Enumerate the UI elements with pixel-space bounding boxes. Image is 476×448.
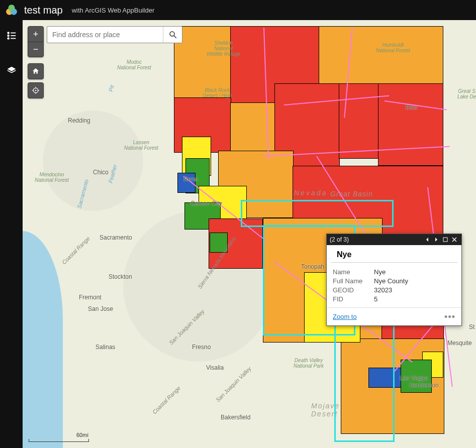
city-label: Stockton [109,273,132,280]
popup-field-row: FID5 [333,295,455,303]
region-label: Nevada [294,189,327,197]
popup-field-value: Nye [374,268,386,276]
city-label: Elko [406,104,417,111]
svg-point-10 [35,90,36,90]
popup-prev-button[interactable] [423,236,431,244]
app-subtitle: with ArcGIS Web AppBuilder [72,7,155,14]
city-label: St G [469,323,476,330]
popup-title: Nye [331,245,457,263]
svg-rect-17 [443,238,447,242]
svg-point-15 [170,32,174,36]
city-label: Henderson [409,382,439,389]
city-label: Las Vegas [400,375,428,382]
locate-button[interactable] [28,83,43,98]
popup-zoom-link[interactable]: Zoom to [333,313,357,320]
forest-label: Great SLake De [457,88,476,99]
search-input[interactable] [47,27,163,43]
forest-label: Death ValleyNational Park [294,358,324,369]
popup-header[interactable]: (2 of 3) [327,234,461,245]
city-label: Fremont [79,294,102,301]
popup-field-label: Full Name [333,277,374,285]
forest-label: HumboldtNational Forest [376,42,410,53]
city-label: Fresno [192,344,211,351]
popup-field-value: 5 [374,295,377,303]
popup-close-button[interactable] [450,236,458,244]
city-label: Redding [68,117,90,124]
popup-field-row: GEOID32023 [333,286,455,294]
popup-field-row: Full NameNye County [333,277,455,285]
zoom-in-button[interactable]: + [28,27,43,42]
map-canvas[interactable]: + − ReddingChicoSacramentoSt [23,20,476,448]
popup-field-row: NameNye [333,268,455,276]
city-label: Sacramento [100,234,132,241]
popup-body: NameNyeFull NameNye CountyGEOID32023FID5 [327,263,461,307]
home-button[interactable] [28,64,43,79]
desert-label: Mojave Desert [311,402,340,418]
city-label: San Jose [88,305,113,312]
popup-position: (2 of 3) [330,236,349,243]
city-label: Salinas [96,344,115,351]
svg-point-2 [9,5,15,11]
scale-bar: 60mi [29,439,89,442]
forest-label: LassenNational Forest [124,140,158,151]
city-label: Visalia [206,364,224,371]
home-locate [28,63,44,98]
popup-next-button[interactable] [432,236,440,244]
popup-field-value: Nye County [374,277,408,285]
svg-point-7 [8,38,9,39]
legend-button[interactable] [5,29,18,42]
city-label: Bakersfield [221,414,250,421]
forest-label: ModocNational Forest [117,59,151,70]
forest-label: Black RockDesert / High [203,87,232,98]
popup-footer: Zoom to ••• [327,307,461,325]
search-submit-button[interactable] [163,27,182,43]
city-label: Carson City [191,200,222,207]
popup-field-label: FID [333,295,374,303]
popup-maximize-button[interactable] [441,236,449,244]
search-box [47,26,182,43]
popup-field-value: 32023 [374,286,392,294]
popup-field-label: Name [333,268,374,276]
search-icon [168,30,177,39]
app-root: test map with ArcGIS Web AppBuilder + − [0,0,476,448]
region-label: Great Basin [330,190,373,198]
scale-label: 60mi [76,432,88,438]
left-rail [0,20,23,448]
layers-button[interactable] [5,64,18,77]
svg-point-5 [8,35,9,37]
zoom-out-button[interactable]: − [28,42,43,57]
zoom-control: + − [28,26,44,57]
feature-popup: (2 of 3) Nye NameNyeFull NameNye CountyG… [326,234,462,326]
svg-point-3 [8,32,9,34]
app-logo-icon [5,4,18,17]
city-label: Tonopah [301,263,324,270]
city-label: Mesquite [447,340,472,347]
app-title: test map [24,5,63,16]
popup-field-label: GEOID [333,286,374,294]
city-label: Reno [183,176,198,183]
city-label: Chico [93,169,109,176]
svg-line-16 [174,36,176,38]
header-bar: test map with ArcGIS Web AppBuilder [0,0,476,20]
forest-label: MendocinoNational Forest [35,172,69,183]
forest-label: SheldonNationalWildlife Refuge [207,40,240,57]
